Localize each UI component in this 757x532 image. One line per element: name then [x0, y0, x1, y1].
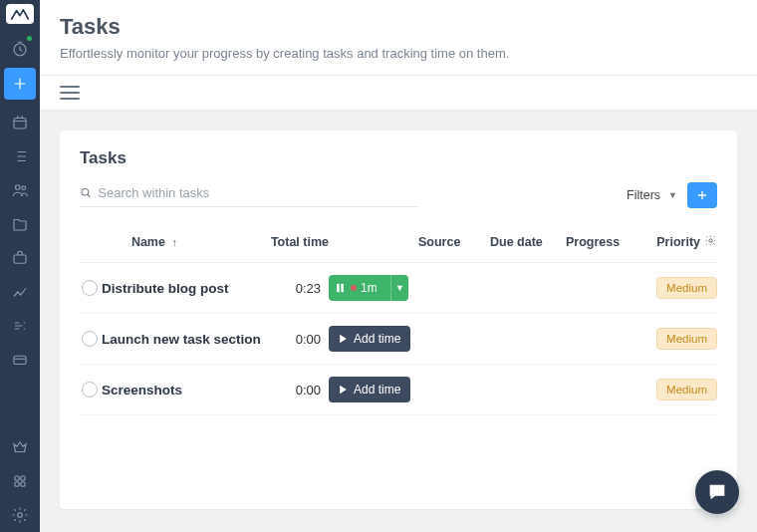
add-time-label: Add time: [354, 383, 400, 397]
svg-point-12: [709, 239, 712, 242]
svg-rect-5: [14, 356, 26, 364]
sidebar-item-projects[interactable]: [0, 207, 40, 241]
sidebar-item-calendar[interactable]: [0, 106, 40, 139]
task-name[interactable]: Screenshots: [102, 383, 182, 398]
timer-running-button[interactable]: 1m ▼: [329, 275, 408, 301]
svg-rect-13: [337, 284, 340, 292]
priority-badge[interactable]: Medium: [656, 328, 717, 350]
task-total-time: 0:00: [296, 383, 321, 398]
svg-rect-4: [14, 255, 26, 263]
sidebar-item-settings[interactable]: [0, 498, 40, 532]
play-icon: [339, 385, 348, 395]
column-name[interactable]: Name ↑: [102, 235, 271, 249]
complete-checkbox[interactable]: [82, 331, 98, 347]
sort-ascending-icon: ↑: [171, 236, 177, 248]
main: Tasks Effortlessly monitor your progress…: [40, 0, 757, 532]
svg-point-2: [16, 185, 21, 190]
menu-toggle-button[interactable]: [60, 86, 80, 100]
sidebar: [0, 0, 40, 532]
page-title: Tasks: [60, 14, 737, 40]
add-time-button[interactable]: Add time: [329, 326, 410, 352]
svg-rect-14: [341, 284, 344, 292]
column-settings-button[interactable]: [704, 234, 717, 250]
add-time-label: Add time: [354, 332, 400, 346]
search-field[interactable]: [80, 183, 418, 207]
svg-point-9: [21, 482, 26, 487]
sidebar-item-activity[interactable]: [0, 309, 40, 343]
card-toolbar: Filters ▼: [80, 182, 717, 208]
svg-rect-1: [14, 119, 26, 130]
sidebar-item-timer[interactable]: [0, 32, 40, 66]
priority-badge[interactable]: Medium: [656, 277, 717, 299]
column-due-date[interactable]: Due date: [490, 235, 566, 249]
task-total-time: 0:23: [296, 281, 321, 296]
search-icon: [80, 186, 92, 199]
recording-indicator: [351, 285, 357, 291]
sidebar-item-reports[interactable]: [0, 275, 40, 309]
column-progress[interactable]: Progress: [566, 235, 645, 249]
table-row: Launch new task section 0:00 Add time Me…: [80, 314, 717, 365]
timer-dropdown-button[interactable]: ▼: [390, 275, 408, 301]
svg-point-10: [18, 513, 23, 518]
search-input[interactable]: [98, 185, 418, 200]
table-row: Distribute blog post 0:23 1m ▼: [80, 263, 717, 314]
column-source[interactable]: Source: [418, 235, 490, 249]
add-task-button[interactable]: [687, 182, 717, 208]
add-time-button[interactable]: Add time: [329, 377, 410, 402]
complete-checkbox[interactable]: [82, 280, 98, 296]
chevron-down-icon: ▼: [668, 190, 677, 200]
card-title: Tasks: [80, 148, 717, 168]
svg-point-7: [21, 476, 26, 481]
tasks-table: Name ↑ Total time Source Due date Progre…: [80, 226, 717, 415]
page-header: Tasks Effortlessly monitor your progress…: [40, 0, 757, 76]
svg-point-6: [15, 476, 20, 481]
column-total-time[interactable]: Total time: [271, 235, 329, 249]
task-name[interactable]: Launch new task section: [102, 332, 261, 347]
sidebar-item-upgrade[interactable]: [0, 430, 40, 464]
sidebar-item-apps[interactable]: [0, 464, 40, 498]
filters-label: Filters: [627, 188, 660, 202]
app-logo[interactable]: [6, 4, 34, 24]
sidebar-item-team[interactable]: [0, 173, 40, 207]
sidebar-item-tasks[interactable]: [0, 139, 40, 173]
play-icon: [339, 334, 348, 344]
sidebar-item-expenses[interactable]: [0, 343, 40, 377]
table-header: Name ↑ Total time Source Due date Progre…: [80, 226, 717, 263]
pause-icon: [329, 283, 351, 293]
chat-support-button[interactable]: [695, 470, 739, 514]
timer-active-indicator: [27, 36, 32, 41]
tasks-card: Tasks Filters ▼: [60, 131, 737, 509]
timer-value: 1m: [361, 281, 390, 295]
svg-point-11: [82, 188, 89, 195]
task-name[interactable]: Distribute blog post: [102, 281, 229, 296]
sidebar-add-button[interactable]: [4, 68, 36, 100]
table-row: Screenshots 0:00 Add time Medium: [80, 365, 717, 415]
subheader: [40, 76, 757, 111]
priority-badge[interactable]: Medium: [656, 379, 717, 400]
task-total-time: 0:00: [296, 332, 321, 347]
sidebar-item-clients[interactable]: [0, 241, 40, 275]
svg-point-8: [15, 482, 20, 487]
complete-checkbox[interactable]: [82, 382, 98, 398]
column-priority[interactable]: Priority: [645, 234, 717, 250]
svg-point-3: [22, 186, 26, 190]
page-subtitle: Effortlessly monitor your progress by cr…: [60, 46, 737, 61]
filters-button[interactable]: Filters ▼: [627, 188, 677, 202]
